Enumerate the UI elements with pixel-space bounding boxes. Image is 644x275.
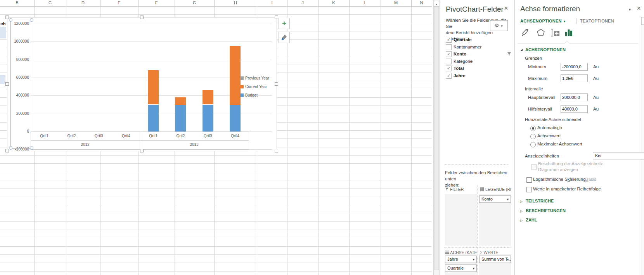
legend-item[interactable]: Previous Year: [240, 76, 269, 81]
legend-item[interactable]: Budget: [240, 93, 258, 98]
highlighted-cell-fragment[interactable]: [0, 27, 6, 38]
column-header-K[interactable]: K: [318, 0, 349, 6]
section-achsenoptionen[interactable]: ACHSENOPTIONEN: [520, 47, 566, 52]
column-header-L[interactable]: L: [349, 0, 381, 6]
axis-option-input-maximum[interactable]: [561, 74, 588, 82]
category-axis-quarter-label[interactable]: Qrtl4: [114, 132, 138, 140]
filter-area-well[interactable]: [445, 194, 477, 246]
column-header-B[interactable]: B: [0, 0, 34, 6]
bar-segment-budget[interactable]: [175, 105, 186, 131]
bar-segment-current-year[interactable]: [148, 70, 159, 104]
chart-resize-handle[interactable]: [140, 16, 144, 19]
dropdown-arrow-icon[interactable]: ▼: [506, 256, 509, 263]
bar-segment-current-year[interactable]: [230, 46, 241, 105]
axis-option-input-hilfsintervall[interactable]: [561, 105, 588, 113]
axis-area-well[interactable]: Jahre▼Quartale▼: [445, 254, 477, 275]
column-header-N[interactable]: N: [411, 0, 432, 6]
highlighted-cell-fragment[interactable]: [0, 75, 5, 84]
pane-scrollbar[interactable]: [641, 17, 644, 275]
column-header-H[interactable]: H: [214, 0, 257, 6]
bar-segment-current-year[interactable]: [175, 97, 186, 105]
format-pane-collapse-icon[interactable]: ▼: [628, 8, 632, 12]
selection-circle-handle[interactable]: [9, 146, 12, 150]
column-header-J[interactable]: J: [287, 0, 318, 6]
column-header-E[interactable]: E: [100, 0, 138, 6]
tab-textoptionen[interactable]: TEXTOPTIONEN: [580, 19, 614, 23]
field-checkbox[interactable]: ✓: [446, 51, 452, 57]
field-checkbox[interactable]: [446, 59, 452, 64]
category-axis-year-label[interactable]: 2012: [31, 141, 140, 149]
section-beschriftungen[interactable]: ▷BESCHRIFTUNGEN: [520, 208, 566, 213]
pane-scrollbar-thumb[interactable]: [641, 17, 644, 25]
fill-line-icon[interactable]: [519, 28, 533, 39]
chart-resize-handle[interactable]: [140, 149, 144, 152]
log-scale-checkbox[interactable]: [526, 177, 532, 183]
axis-cross-radio[interactable]: [530, 142, 536, 147]
area-item-dropdown[interactable]: Quartale▼: [445, 265, 477, 272]
column-header-I[interactable]: I: [257, 0, 287, 6]
category-axis-quarter-label[interactable]: Qrtl1: [33, 132, 56, 140]
expand-triangle-icon[interactable]: ▷: [520, 209, 523, 213]
category-axis-quarter-label[interactable]: Qrtl3: [87, 132, 111, 140]
chart-resize-handle[interactable]: [5, 16, 9, 19]
selection-circle-handle[interactable]: [9, 18, 12, 22]
field-row-kategorie[interactable]: Kategorie: [446, 58, 512, 64]
bar-segment-current-year[interactable]: [203, 90, 213, 104]
field-row-konto[interactable]: ✓Konto: [446, 51, 512, 57]
section-zahl[interactable]: ▷ZAHL: [520, 218, 537, 222]
column-header-row[interactable]: BCDEFGHIJKLMN: [0, 0, 432, 7]
chart-resize-handle[interactable]: [275, 149, 278, 152]
size-properties-icon[interactable]: [549, 28, 562, 39]
category-axis-quarter-label[interactable]: Qrtl3: [196, 132, 220, 140]
value-axis-selection-box[interactable]: [10, 20, 32, 149]
column-header-C[interactable]: C: [34, 0, 66, 6]
column-header-F[interactable]: F: [138, 0, 175, 6]
format-pane-close-icon[interactable]: ✕: [637, 5, 641, 11]
area-item-dropdown[interactable]: Konto▼: [479, 195, 511, 203]
section-teilstriche[interactable]: ▷TEILSTRICHE: [520, 199, 554, 203]
dropdown-arrow-icon[interactable]: ▼: [472, 256, 475, 263]
field-checkbox[interactable]: ✓: [446, 66, 452, 71]
reverse-values-checkbox[interactable]: [526, 187, 532, 192]
category-axis-quarter-label[interactable]: Qrtl1: [142, 132, 165, 140]
area-item-dropdown[interactable]: Summe von T...▼: [479, 256, 511, 263]
field-row-kontonummer[interactable]: Kontonummer: [446, 44, 512, 50]
effects-icon[interactable]: [534, 28, 547, 39]
field-checkbox[interactable]: ✓: [446, 73, 452, 79]
field-filter-icon[interactable]: [507, 52, 511, 58]
category-axis-quarter-label[interactable]: Qrtl2: [169, 132, 192, 140]
expand-triangle-icon[interactable]: ▷: [520, 219, 523, 222]
field-row-quartale[interactable]: ✓Quartale: [446, 36, 512, 43]
chart-resize-handle[interactable]: [275, 82, 278, 86]
selection-circle-handle[interactable]: [30, 146, 33, 150]
category-axis-year-label[interactable]: 2013: [140, 141, 249, 149]
bar-segment-budget[interactable]: [203, 105, 213, 131]
legend-area-well[interactable]: Konto▼: [479, 194, 511, 246]
display-units-select[interactable]: Kei: [593, 152, 644, 159]
legend-item[interactable]: Current Year: [240, 85, 267, 89]
chart-resize-handle[interactable]: [5, 82, 9, 86]
chart-styles-button[interactable]: [279, 32, 290, 43]
category-axis-quarter-label[interactable]: Qrtl2: [60, 132, 83, 140]
axis-cross-radio[interactable]: [530, 134, 536, 139]
category-axis-quarter-label[interactable]: Qrtl4: [223, 132, 247, 140]
chart-resize-handle[interactable]: [5, 149, 9, 152]
axis-option-input-hauptintervall[interactable]: [561, 93, 588, 101]
axis-cross-radio[interactable]: [530, 126, 536, 131]
selection-circle-handle[interactable]: [30, 18, 33, 22]
field-checkbox[interactable]: ✓: [446, 37, 452, 43]
tab-achsenoptionen[interactable]: ACHSENOPTIONEN ▼: [520, 19, 566, 23]
dropdown-arrow-icon[interactable]: ▼: [472, 265, 475, 272]
field-row-jahre[interactable]: ✓Jahre: [446, 73, 512, 79]
field-row-total[interactable]: ✓Total: [446, 65, 512, 71]
column-header-M[interactable]: M: [381, 0, 411, 6]
bar-segment-budget[interactable]: [230, 105, 241, 131]
expand-triangle-icon[interactable]: ▷: [520, 200, 523, 203]
chart-elements-button[interactable]: +: [279, 18, 290, 29]
scroll-up-button[interactable]: ▲: [434, 1, 439, 7]
units-label-checkbox[interactable]: [531, 164, 537, 170]
sheet-vertical-scrollbar[interactable]: ▲: [433, 0, 440, 275]
axis-options-icon[interactable]: [562, 28, 575, 39]
axis-option-input-minimum[interactable]: [561, 63, 588, 71]
scrollbar-thumb[interactable]: [434, 7, 439, 270]
